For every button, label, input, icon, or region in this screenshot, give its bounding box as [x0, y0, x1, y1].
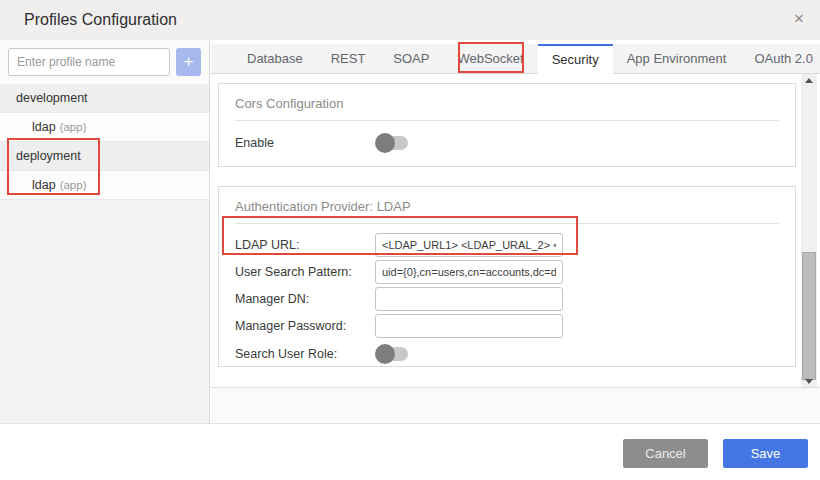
user-search-pattern-row: User Search Pattern:: [235, 259, 779, 285]
cors-enable-label: Enable: [235, 136, 375, 150]
scroll-up-arrow-icon[interactable]: [801, 74, 817, 86]
add-profile-button[interactable]: +: [176, 48, 201, 76]
profile-name: ldap: [32, 178, 56, 192]
tab-soap[interactable]: SOAP: [379, 44, 443, 74]
user-search-pattern-label: User Search Pattern:: [235, 265, 375, 279]
profile-item-deployment[interactable]: deployment: [0, 142, 209, 171]
scroll-down-arrow-icon[interactable]: [801, 375, 817, 387]
close-icon[interactable]: ×: [794, 9, 804, 29]
profiles-configuration-dialog: Profiles Configuration × + development l…: [0, 0, 820, 480]
profile-item-ldap-deployment[interactable]: ldap(app): [0, 171, 209, 200]
vertical-scrollbar[interactable]: [801, 74, 817, 387]
ldap-url-input[interactable]: [375, 233, 563, 257]
manager-dn-label: Manager DN:: [235, 292, 375, 306]
manager-password-row: Manager Password:: [235, 313, 779, 339]
cancel-button[interactable]: Cancel: [623, 439, 708, 468]
profile-item-development[interactable]: development: [0, 84, 209, 113]
cors-configuration-section: Cors Configuration Enable: [218, 83, 796, 167]
tab-rest[interactable]: REST: [317, 44, 380, 74]
tab-security[interactable]: Security: [538, 44, 613, 74]
cors-section-heading: Cors Configuration: [219, 84, 795, 120]
save-button[interactable]: Save: [723, 439, 808, 468]
manager-dn-input[interactable]: [375, 287, 563, 311]
toggle-knob: [375, 344, 395, 364]
tab-app-environment[interactable]: App Environment: [613, 44, 741, 74]
ldap-url-row: LDAP URL:: [235, 232, 779, 258]
tab-oauth[interactable]: OAuth 2.0: [740, 44, 820, 74]
ldap-url-label: LDAP URL:: [235, 238, 375, 252]
tab-websocket[interactable]: WebSocket: [443, 44, 537, 74]
scrollbar-thumb[interactable]: [802, 252, 816, 380]
dialog-titlebar: Profiles Configuration ×: [0, 0, 820, 40]
profile-name: deployment: [16, 149, 81, 163]
profile-type-suffix: (app): [60, 179, 87, 191]
sidebar-empty-area: [0, 200, 209, 423]
profiles-sidebar: + development ldap(app) deployment ldap(…: [0, 40, 210, 423]
toggle-knob: [375, 133, 395, 153]
profile-name: ldap: [32, 120, 56, 134]
security-tab-content: Cors Configuration Enable Authentication…: [211, 74, 820, 387]
profile-name-input[interactable]: [8, 48, 170, 76]
manager-password-input[interactable]: [375, 314, 563, 338]
search-user-role-toggle[interactable]: [375, 344, 411, 364]
tab-database[interactable]: Database: [233, 44, 317, 74]
tab-content-footer: [211, 387, 820, 423]
settings-tabbar: Database REST SOAP WebSocket Security Ap…: [211, 44, 820, 74]
profile-settings-panel: Database REST SOAP WebSocket Security Ap…: [211, 40, 820, 423]
manager-password-label: Manager Password:: [235, 319, 375, 333]
authentication-provider-section: Authentication Provider: LDAP LDAP URL: …: [218, 186, 796, 367]
profile-item-ldap-development[interactable]: ldap(app): [0, 113, 209, 142]
profile-add-row: +: [0, 40, 209, 84]
user-search-pattern-input[interactable]: [375, 260, 563, 284]
cors-enable-toggle[interactable]: [375, 133, 411, 153]
profile-name: development: [16, 91, 88, 105]
profile-type-suffix: (app): [60, 121, 87, 133]
auth-section-heading: Authentication Provider: LDAP: [219, 187, 795, 223]
dialog-title: Profiles Configuration: [24, 11, 177, 29]
profile-list: development ldap(app) deployment ldap(ap…: [0, 84, 209, 200]
search-user-role-label: Search User Role:: [235, 347, 375, 361]
manager-dn-row: Manager DN:: [235, 286, 779, 312]
search-user-role-row: Search User Role:: [235, 340, 779, 368]
dialog-footer: Cancel Save: [0, 423, 820, 480]
